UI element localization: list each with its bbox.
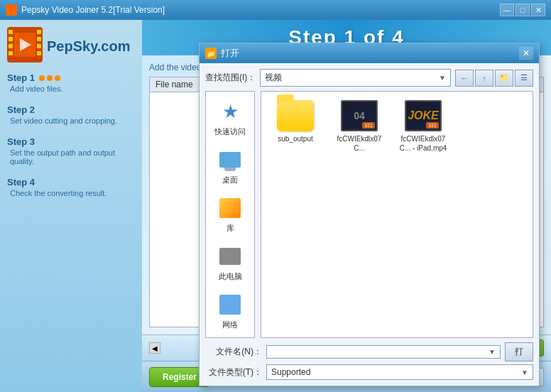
- filetype-arrow-icon: ▼: [521, 369, 528, 376]
- dialog-title-text: 打开: [221, 47, 239, 60]
- nav-item-desktop-label: 桌面: [222, 175, 238, 185]
- network-icon: [217, 292, 243, 317]
- filename-label: 文件名(N)：: [205, 346, 262, 358]
- open-file-dialog: 📁 打开 ✕ 查找范围(I)： 视频 ▼ ← ↑ 📁: [199, 43, 540, 386]
- video2-badge: 321: [426, 122, 439, 129]
- file-area: ★ 快速访问 桌面: [205, 91, 533, 338]
- desktop-icon: [217, 147, 243, 173]
- dropdown-arrow-icon: ▼: [439, 74, 446, 82]
- dialog-title-area: 📁 打开: [205, 47, 239, 60]
- video2-label: fcCWIEkdlx07C... - iPad.mp4: [398, 134, 449, 153]
- nav-item-network[interactable]: 网络: [207, 288, 253, 334]
- file-browser[interactable]: sub_output 04 321 fcCWIEkdlx07C...: [261, 91, 533, 338]
- filetype-dropdown[interactable]: Supported ▼: [266, 364, 533, 380]
- quickaccess-icon: ★: [217, 99, 243, 124]
- nav-item-pc[interactable]: 此电脑: [207, 239, 253, 286]
- new-folder-button[interactable]: 📁: [495, 70, 513, 87]
- nav-item-quickaccess-label: 快速访问: [214, 126, 246, 137]
- nav-item-library-label: 库: [227, 223, 234, 234]
- file-item-folder[interactable]: sub_output: [267, 97, 324, 156]
- video1-badge: 321: [362, 122, 375, 129]
- file-item-video2[interactable]: JOKE 321 fcCWIEkdlx07C... - iPad.mp4: [395, 97, 452, 156]
- pc-icon: [217, 244, 243, 269]
- location-label: 查找范围(I)：: [205, 72, 256, 84]
- dialog-titlebar: 📁 打开 ✕: [200, 43, 539, 63]
- nav-item-library[interactable]: 库: [207, 191, 253, 238]
- dialog-close-button[interactable]: ✕: [519, 47, 533, 60]
- folder-icon: [277, 100, 314, 131]
- nav-up-button[interactable]: ↑: [475, 70, 493, 87]
- library-icon: [217, 195, 243, 221]
- sidebar-nav: ★ 快速访问 桌面: [205, 91, 255, 338]
- dialog-body: 查找范围(I)： 视频 ▼ ← ↑ 📁 ☰: [200, 63, 539, 386]
- filename-arrow-icon: ▼: [489, 348, 496, 356]
- view-toggle-button[interactable]: ☰: [515, 70, 533, 87]
- file-item-video1[interactable]: 04 321 fcCWIEkdlx07C...: [331, 97, 388, 156]
- dialog-icon: 📁: [205, 48, 217, 59]
- location-value: 视频: [265, 72, 282, 84]
- nav-item-quickaccess[interactable]: ★ 快速访问: [207, 94, 253, 141]
- filetype-label: 文件类型(T)：: [205, 366, 262, 379]
- filetype-row: 文件类型(T)： Supported ▼: [205, 364, 533, 380]
- open-button[interactable]: 打: [505, 342, 533, 361]
- filename-input[interactable]: ▼: [266, 345, 501, 359]
- video1-thumb: 04 321: [341, 100, 378, 131]
- filetype-value: Supported: [271, 367, 310, 377]
- nav-item-network-label: 网络: [222, 320, 238, 330]
- filename-row: 文件名(N)： ▼ 打: [205, 342, 533, 361]
- folder-label: sub_output: [278, 134, 313, 143]
- nav-item-pc-label: 此电脑: [219, 271, 242, 282]
- location-dropdown[interactable]: 视频 ▼: [260, 69, 451, 87]
- video2-thumb: JOKE 321: [405, 100, 442, 131]
- nav-back-button[interactable]: ←: [455, 70, 474, 87]
- dialog-bottom: 文件名(N)： ▼ 打 文件类型(T)： Supported ▼: [205, 342, 533, 380]
- video1-label: fcCWIEkdlx07C...: [334, 134, 385, 153]
- nav-item-desktop[interactable]: 桌面: [207, 143, 253, 190]
- app-window: Pepsky Video Joiner 5.2[Trial Version] —…: [0, 0, 551, 392]
- dialog-overlay: 📁 打开 ✕ 查找范围(I)： 视频 ▼ ← ↑ 📁: [0, 0, 551, 392]
- location-bar: 查找范围(I)： 视频 ▼ ← ↑ 📁 ☰: [205, 69, 533, 87]
- toolbar-buttons: ← ↑ 📁 ☰: [455, 70, 533, 87]
